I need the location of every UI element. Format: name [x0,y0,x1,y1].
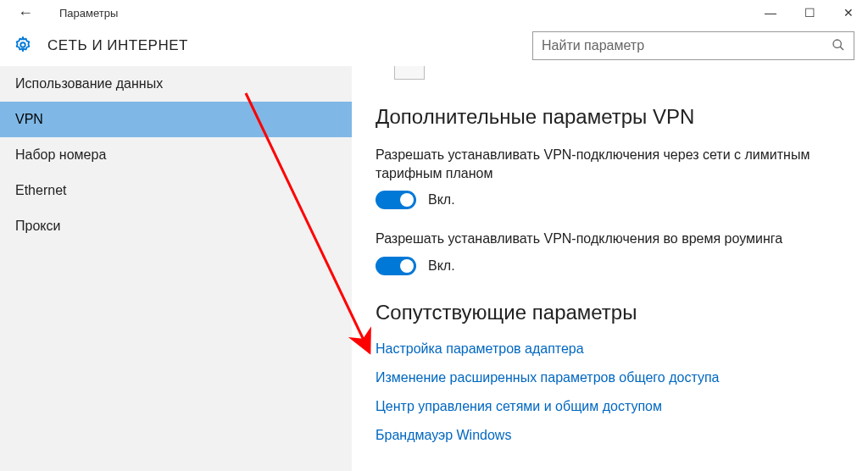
page-title: СЕТЬ И ИНТЕРНЕТ [47,37,532,54]
close-button[interactable]: ✕ [829,0,868,25]
search-input[interactable] [542,38,832,53]
content: Дополнительные параметры VPN Разрешать у… [352,66,868,471]
gear-icon [14,36,32,57]
partial-cutoff-box [394,66,425,80]
svg-point-0 [20,42,25,47]
back-button[interactable]: ← [8,4,42,22]
search-box[interactable] [532,31,854,60]
sidebar-item-dialup[interactable]: Набор номера [0,137,352,173]
link-adapter-settings[interactable]: Настройка параметров адаптера [376,341,844,357]
window-title: Параметры [42,7,751,19]
window-controls: — ☐ ✕ [751,0,868,25]
titlebar: ← Параметры — ☐ ✕ [0,0,868,25]
maximize-button[interactable]: ☐ [790,0,829,25]
setting-roaming: Разрешать устанавливать VPN-подключения … [376,230,844,275]
section-advanced-vpn-title: Дополнительные параметры VPN [376,105,844,129]
toggle-metered-state: Вкл. [428,192,455,208]
toggle-roaming-state: Вкл. [428,258,455,274]
setting-roaming-toggle-row: Вкл. [376,257,844,275]
toggle-metered[interactable] [376,191,416,209]
body: Использование данных VPN Набор номера Et… [0,66,868,471]
sidebar-item-proxy[interactable]: Прокси [0,208,352,244]
section-related-title: Сопутствующие параметры [376,301,844,324]
setting-metered-toggle-row: Вкл. [376,191,844,209]
link-advanced-sharing[interactable]: Изменение расширенных параметров общего … [376,370,844,385]
sidebar-item-data-usage[interactable]: Использование данных [0,66,352,102]
toggle-roaming[interactable] [376,257,416,275]
link-network-center[interactable]: Центр управления сетями и общим доступом [376,399,844,414]
search-icon [832,38,845,54]
header: СЕТЬ И ИНТЕРНЕТ [0,25,868,66]
svg-line-2 [840,47,843,50]
setting-roaming-label: Разрешать устанавливать VPN-подключения … [376,230,844,248]
link-firewall[interactable]: Брандмауэр Windows [376,428,844,443]
setting-metered-label: Разрешать устанавливать VPN-подключения … [376,146,844,182]
sidebar-item-ethernet[interactable]: Ethernet [0,173,352,208]
setting-metered: Разрешать устанавливать VPN-подключения … [376,146,844,209]
toggle-knob [400,259,414,273]
toggle-knob [400,193,414,207]
svg-point-1 [833,40,841,47]
sidebar: Использование данных VPN Набор номера Et… [0,66,352,471]
minimize-button[interactable]: — [751,0,790,25]
sidebar-item-vpn[interactable]: VPN [0,102,352,137]
